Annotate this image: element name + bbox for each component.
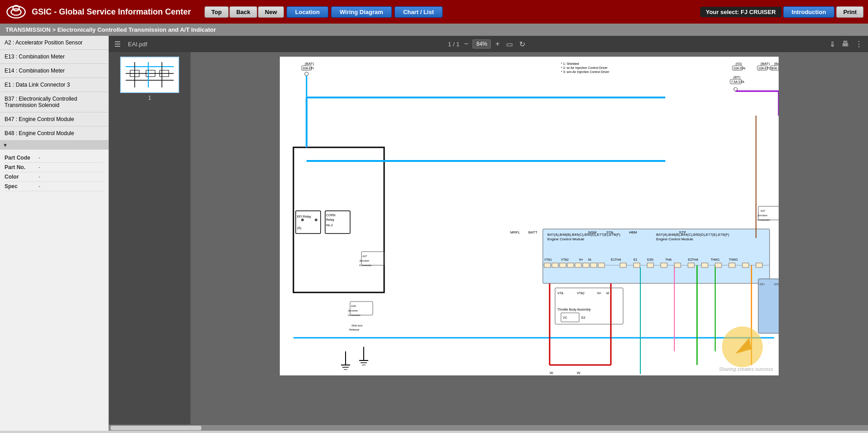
vehicle-name: FJ CRUISER [741,9,775,15]
svg-text:Relay: Relay [326,218,334,222]
svg-text:10A STOP: 10A STOP [771,67,779,70]
svg-text:THW1: THW1 [711,258,720,261]
svg-text:N+: N+ [597,292,601,295]
svg-rect-108 [758,279,779,333]
svg-text:10A IGN: 10A IGN [733,67,745,70]
sidebar-item-5[interactable]: B47 : Engine Control Module [0,112,108,126]
pdf-download-button[interactable]: ⇓ [828,39,837,49]
pdf-more-button[interactable]: ⋮ [853,39,864,49]
top-bar-right: Your select: FJ CRUISER Introduction Pri… [696,6,868,18]
sidebar-item-3[interactable]: E1 : Data Link Connector 3 [0,78,108,92]
pdf-page-total: 1 [456,41,459,48]
svg-text:VTA2: VTA2 [561,258,569,261]
prop-spec-label: Spec [5,183,39,190]
introduction-button[interactable]: Introduction [783,6,835,18]
pdf-toolbar: ☰ EAI.pdf 1 / 1 − 84% + ▭ ↻ ⇓ 🖶 ⋮ [109,36,868,52]
print-button[interactable]: Print [836,6,863,18]
svg-rect-3 [121,58,178,92]
svg-point-47 [315,219,317,221]
prop-color: Color - [5,172,104,182]
svg-rect-118 [552,263,558,268]
svg-text:A27: A27 [362,255,367,258]
pdf-fit-button[interactable]: ▭ [504,39,515,49]
top-bar: GSIC - Global Service Information Center… [0,0,868,24]
back-button[interactable]: Back [229,6,257,18]
logo-area: GSIC - Global Service Information Center [0,3,200,21]
svg-text:THA: THA [665,258,672,261]
pdf-page-info: 1 / 1 [448,41,459,48]
svg-text:B47(A),B48(B),B49(C),B50(D),E7: B47(A),B48(B),B49(C),B50(D),E77(E),E78(F… [656,233,729,237]
svg-text:VTA: VTA [557,292,563,295]
sidebar-item-0[interactable]: A2 : Accelerator Position Sensor [0,36,108,50]
svg-text:HBM: HBM [629,230,637,234]
new-button[interactable]: New [258,6,284,18]
svg-text:W: W [550,371,553,374]
svg-rect-134 [742,263,749,268]
svg-text:* 2: w/ Air Injection Control : * 2: w/ Air Injection Control Driver [561,66,608,70]
svg-text:(BAT): (BAT) [761,62,770,66]
svg-text:Junction: Junction [359,259,369,262]
select-label: Your select: FJ CRUISER [700,7,781,17]
svg-rect-122 [583,263,589,268]
pdf-content-area: 1 * 1: Shielded * 2: w/ Air Injection Co… [109,52,868,424]
svg-text:20A EFI: 20A EFI [302,67,314,70]
svg-text:* 3: w/o Air Injection Control: * 3: w/o Air Injection Control Driver [561,70,610,74]
prop-part-no-value: - [39,164,104,170]
svg-text:W: W [577,371,580,374]
svg-text:Throttle Body Assembly: Throttle Body Assembly [557,308,591,311]
pdf-menu-button[interactable]: ☰ [112,39,122,49]
select-prefix: Your select: [706,9,739,15]
wiring-diagram-button[interactable]: Wiring Diagram [331,6,392,18]
toyota-logo [5,3,27,21]
svg-text:CORN: CORN [326,214,336,217]
chart-list-button[interactable]: Chart / List [395,6,443,18]
svg-text:Engine Control Module: Engine Control Module [547,237,585,241]
pdf-zoom-out-button[interactable]: − [462,39,470,49]
pdf-thumb-image[interactable] [120,57,179,93]
sidebar-footer: Part Code - Part No. - Color - Spec - [0,150,108,431]
location-button[interactable]: Location [287,6,328,18]
svg-text:NSW: NSW [588,230,597,234]
pdf-scroll-thumb[interactable] [111,426,201,430]
svg-rect-130 [688,263,694,268]
pdf-zoom-in-button[interactable]: + [493,39,501,49]
svg-point-1 [11,9,21,15]
svg-rect-119 [560,263,566,268]
svg-rect-132 [715,263,722,268]
svg-point-46 [301,219,304,221]
pdf-filename: EAI.pdf [128,41,147,48]
svg-point-0 [7,6,25,18]
svg-text:(BAT): (BAT) [774,62,779,66]
watermark-text: Sharing creates success [719,366,773,372]
svg-rect-131 [702,263,708,268]
pdf-area: ☰ EAI.pdf 1 / 1 − 84% + ▭ ↻ ⇓ 🖶 ⋮ [109,36,868,431]
sidebar-item-1[interactable]: E13 : Combination Meter [0,50,108,64]
svg-text:M-: M- [588,258,592,261]
prop-part-code: Part Code - [5,153,104,163]
pdf-zoom-display: 84% [473,39,491,49]
sidebar-item-2[interactable]: E14 : Combination Meter [0,64,108,78]
sidebar-item-4[interactable]: B37 : Electronically Controlled Transmis… [0,92,108,112]
svg-text:Connector: Connector [757,219,770,221]
svg-text:STP: STP [679,230,686,234]
top-bar-left: GSIC - Global Service Information Center… [0,3,447,21]
main-content: A2 : Accelerator Position Sensor E13 : C… [0,36,868,431]
pdf-thumbnails: 1 [109,52,190,424]
svg-text:OT+: OT+ [760,283,765,286]
prop-part-no-label: Part No. [5,164,39,170]
pdf-horizontal-scrollbar[interactable] [109,424,868,431]
sidebar-item-6[interactable]: B48 : Engine Control Module [0,126,108,141]
pdf-diagram: * 1: Shielded * 2: w/ Air Injection Cont… [280,57,779,375]
pdf-print-button[interactable]: 🖶 [840,39,851,49]
top-button[interactable]: Top [205,6,229,18]
svg-text:N+: N+ [579,258,583,261]
svg-rect-125 [620,263,626,268]
svg-text:Connector: Connector [348,314,361,316]
svg-rect-120 [567,263,574,268]
pdf-page-sep: / [453,41,456,48]
svg-text:A29: A29 [351,305,356,307]
svg-text:(IG): (IG) [736,62,742,66]
pdf-main[interactable]: * 1: Shielded * 2: w/ Air Injection Cont… [190,52,868,424]
svg-rect-135 [756,263,762,268]
pdf-rotate-button[interactable]: ↻ [517,39,527,49]
